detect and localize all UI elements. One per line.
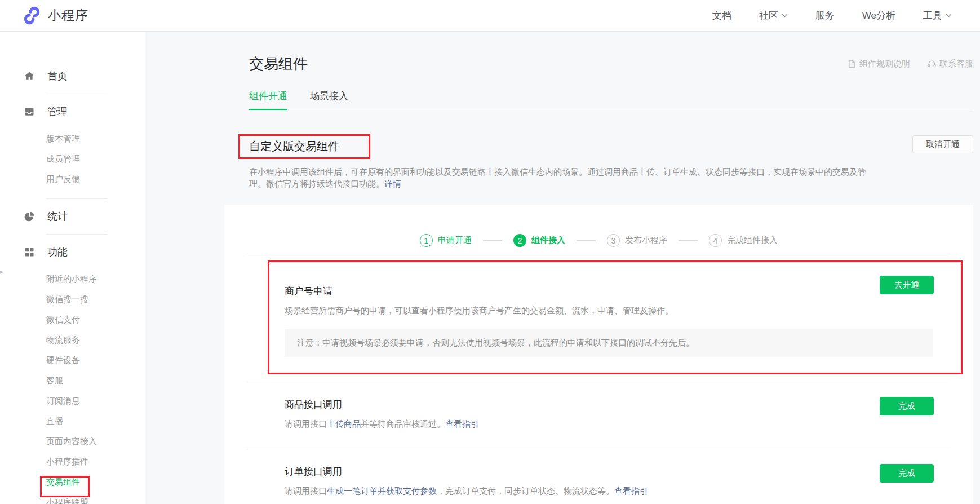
description-text: 请调用接口 [285,419,327,428]
sidebar-group-label: 管理 [47,105,68,118]
sidebar-item-version-manage[interactable]: 版本管理 [0,129,145,149]
sidebar-item-page-content-access[interactable]: 页面内容接入 [0,431,145,452]
step-number: 2 [513,234,526,247]
tab-scene-access[interactable]: 场景接入 [310,90,348,110]
sidebar-item-hardware-device[interactable]: 硬件设备 [0,350,145,370]
nav-item-community[interactable]: 社区 [759,9,788,22]
contact-support-link[interactable]: 联系客服 [927,59,973,69]
inline-link[interactable]: 生成一笔订单并获取支付参数 [327,486,437,496]
description-text: 并等待商品审核通过。 [361,419,445,428]
sidebar-item-features[interactable]: 功能 [0,244,145,260]
row-action-button-merchant-account-application[interactable]: 去开通 [880,276,934,294]
task-row-product-api-call: 商品接口调用请调用接口上传商品并等待商品审核通过。查看指引完成 [247,382,951,449]
pie-chart-icon [24,211,35,222]
step-label: 申请开通 [438,235,472,246]
inline-link[interactable]: 查看指引 [614,486,648,496]
page-title: 交易组件 [249,54,308,74]
document-icon [847,59,857,69]
row-description: 场景经营所需商户号的申请，可以查看小程序使用该商户号产生的交易金额、流水，申请、… [285,305,849,316]
row-action-button-order-api-call[interactable]: 完成 [880,464,934,483]
sidebar-item-subscribe-message[interactable]: 订阅消息 [0,391,145,411]
row-title: 订单接口调用 [285,465,849,478]
sidebar-group-label: 统计 [47,210,68,223]
sidebar-item-user-feedback[interactable]: 用户反馈 [0,169,145,189]
tab-component-activation[interactable]: 组件开通 [249,90,287,110]
nav-item-label: 文档 [712,9,731,22]
sidebar-item-wechat-pay[interactable]: 微信支付 [0,310,145,330]
section-title-annotated: 自定义版交易组件 [238,134,370,159]
miniprogram-logo[interactable]: 小程序 [23,6,88,25]
sidebar-item-wechat-search[interactable]: 微信搜一搜 [0,289,145,310]
chevron-down-icon [782,14,788,17]
sidebar-item-miniprogram-union[interactable]: 小程序联盟 [0,492,145,504]
headset-icon [927,59,937,69]
sidebar-group-label: 功能 [47,245,68,259]
step-label: 发布小程序 [625,235,667,246]
nav-item-tools[interactable]: 工具 [923,9,952,22]
activation-card: 1申请开通2组件接入3发布小程序4完成组件接入 商户号申请场景经营所需商户号的申… [224,205,973,504]
sidebar-item-nearby-miniprograms[interactable]: 附近的小程序 [0,269,145,289]
step-number: 1 [420,234,433,247]
sidebar-item-member-manage[interactable]: 成员管理 [0,149,145,169]
row-action-button-product-api-call[interactable]: 完成 [880,397,934,415]
nav-item-docs[interactable]: 文档 [712,9,731,22]
grid-icon [24,246,35,258]
step-complete-access: 4完成组件接入 [709,234,778,247]
sidebar: 首页管理版本管理成员管理用户反馈统计功能附近的小程序微信搜一搜微信支付物流服务硬… [0,32,145,504]
task-row-merchant-account-application: 商户号申请场景经营所需商户号的申请，可以查看小程序使用该商户号产生的交易金额、流… [247,253,951,382]
sidebar-group-label: 首页 [47,69,68,83]
notice-box: 注意：申请视频号场景必须要申请，否则无法使用视频号场景，此流程的申请和以下接口的… [285,329,933,357]
nav-item-label: 服务 [815,9,835,22]
inline-link[interactable]: 查看指引 [445,419,479,428]
miniprogram-logo-icon [23,6,41,25]
row-title: 商户号申请 [285,285,849,298]
step-label: 组件接入 [531,235,565,246]
page-toolbar: 组件规则说明联系客服 [847,59,973,69]
tabs: 组件开通场景接入 [249,90,973,110]
nav-item-services[interactable]: 服务 [815,9,835,22]
sidebar-divider [46,198,108,199]
sidebar-item-manage[interactable]: 管理 [0,103,145,120]
nav-item-we-analytics[interactable]: We分析 [862,9,895,22]
cancel-activation-button[interactable]: 取消开通 [912,135,973,153]
row-title: 商品接口调用 [285,398,849,411]
sidebar-item-statistics[interactable]: 统计 [0,208,145,225]
sidebar-item-trade-components[interactable]: 交易组件 [0,472,145,492]
progress-stepper: 1申请开通2组件接入3发布小程序4完成组件接入 [247,205,951,253]
nav-item-label: 工具 [923,9,942,22]
step-connector [577,240,596,241]
main-content: 交易组件 组件规则说明联系客服 组件开通场景接入 自定义版交易组件 取消开通 在… [145,32,980,504]
inbox-icon [24,106,35,117]
step-number: 3 [607,234,620,247]
step-publish-miniprogram: 3发布小程序 [607,234,667,247]
component-rules-link[interactable]: 组件规则说明 [847,59,910,69]
row-description: 请调用接口生成一笔订单并获取支付参数，完成订单支付，同步订单状态、物流状态等。查… [285,485,849,497]
description-text: ，完成订单支付，同步订单状态、物流状态等。 [437,486,614,496]
task-row-order-api-call: 订单接口调用请调用接口生成一笔订单并获取支付参数，完成订单支付，同步订单状态、物… [247,449,951,504]
home-icon [24,70,35,82]
step-label: 完成组件接入 [727,235,778,246]
step-connector [483,240,502,241]
sidebar-item-home[interactable]: 首页 [0,68,145,85]
top-nav: 文档社区服务We分析工具 [712,9,952,22]
sidebar-collapse-handle[interactable]: ▸ [0,266,3,277]
nav-item-label: We分析 [862,9,895,22]
component-rules-label: 组件规则说明 [859,59,910,69]
inline-link[interactable]: 上传商品 [327,419,361,428]
chevron-down-icon [946,14,952,17]
description-text: 请调用接口 [285,486,327,496]
detail-link[interactable]: 详情 [384,179,401,188]
top-header: 小程序 文档社区服务We分析工具 [0,0,980,32]
step-component-access: 2组件接入 [513,234,565,247]
annotation-box-row [268,260,963,374]
step-number: 4 [709,234,722,247]
sidebar-item-customer-service[interactable]: 客服 [0,370,145,391]
step-apply-activation: 1申请开通 [420,234,472,247]
sidebar-item-logistics-service[interactable]: 物流服务 [0,330,145,350]
description-text: 场景经营所需商户号的申请，可以查看小程序使用该商户号产生的交易金额、流水，申请、… [285,306,673,315]
sidebar-item-miniprogram-plugin[interactable]: 小程序插件 [0,452,145,472]
nav-item-label: 社区 [759,9,778,22]
sidebar-divider [46,234,108,235]
sidebar-item-live[interactable]: 直播 [0,411,145,431]
logo-text: 小程序 [48,7,88,24]
